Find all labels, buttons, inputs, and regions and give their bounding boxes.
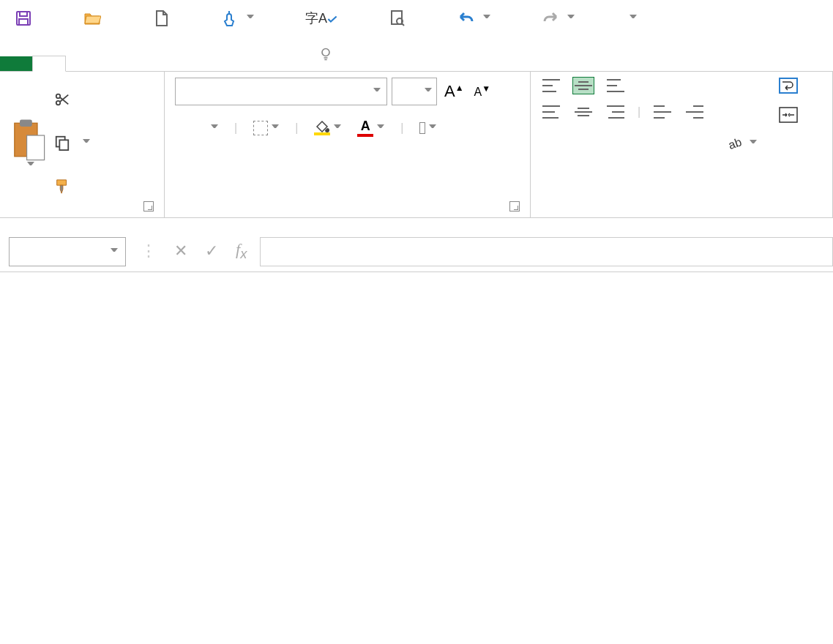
svg-rect-12	[59, 141, 68, 151]
svg-text:ab: ab	[727, 135, 743, 151]
tab-view[interactable]	[234, 55, 268, 71]
merge-icon	[779, 107, 798, 123]
copy-button[interactable]	[54, 135, 90, 151]
fill-icon	[314, 121, 330, 135]
decrease-font-button[interactable]: A▼	[471, 80, 494, 102]
more-icon	[630, 15, 637, 22]
font-dialog-launcher[interactable]	[509, 201, 520, 211]
formula-input[interactable]	[260, 237, 833, 266]
touch-icon	[221, 10, 239, 27]
decrease-indent-button[interactable]	[652, 104, 673, 120]
spellcheck-icon: 字A	[305, 10, 337, 27]
group-clipboard	[0, 72, 165, 217]
qat-undo[interactable]	[457, 10, 490, 27]
wrap-text-button[interactable]	[779, 78, 805, 94]
fbar-divider: ⋮	[141, 242, 157, 261]
font-name-select[interactable]	[175, 78, 387, 105]
svg-rect-8	[27, 135, 45, 160]
qat-open[interactable]	[83, 10, 101, 27]
font-color-button[interactable]: A	[357, 119, 384, 137]
insert-function-button[interactable]: fx	[236, 240, 247, 262]
ribbon-tabs	[0, 37, 833, 72]
ribbon: A▲ A▼ | | A |	[0, 72, 833, 218]
svg-point-5	[322, 49, 329, 56]
name-box[interactable]	[9, 237, 126, 266]
qat-find[interactable]	[389, 10, 406, 27]
copy-icon	[54, 135, 70, 151]
merge-center-button[interactable]	[779, 107, 805, 123]
orientation-button[interactable]: ab	[727, 135, 757, 152]
tab-insert[interactable]	[66, 55, 100, 71]
tab-file[interactable]	[0, 56, 32, 71]
find-icon	[389, 10, 406, 27]
align-top-button[interactable]	[541, 78, 561, 94]
fill-color-button[interactable]	[314, 121, 341, 135]
increase-font-button[interactable]: A▲	[441, 79, 467, 104]
underline-button[interactable]	[207, 124, 218, 132]
cut-button[interactable]	[54, 91, 90, 108]
tab-dev[interactable]	[268, 55, 302, 71]
border-button[interactable]	[253, 121, 279, 135]
align-bottom-button[interactable]	[605, 78, 626, 94]
qat-spellcheck[interactable]: 字A	[305, 10, 337, 27]
qat-save[interactable]	[15, 10, 32, 27]
phonetic-button[interactable]	[419, 122, 436, 134]
cancel-formula-button[interactable]: ✕	[174, 242, 187, 261]
qat-new[interactable]	[152, 10, 170, 27]
undo-icon	[457, 10, 475, 27]
align-middle-button[interactable]	[573, 78, 594, 94]
save-icon	[15, 10, 32, 27]
clipboard-dialog-launcher[interactable]	[143, 201, 154, 211]
qat-customize[interactable]	[626, 15, 637, 22]
redo-icon	[542, 10, 559, 27]
font-color-icon: A	[357, 119, 373, 137]
qat-touch[interactable]	[221, 10, 254, 27]
orientation-icon: ab	[727, 135, 746, 152]
svg-point-9	[56, 94, 61, 98]
svg-rect-1	[20, 12, 27, 16]
quick-access-toolbar: 字A	[0, 0, 833, 37]
brush-icon	[54, 179, 70, 195]
increase-indent-button[interactable]	[684, 104, 705, 120]
tab-home[interactable]	[32, 56, 66, 72]
new-file-icon	[152, 10, 170, 27]
accept-formula-button[interactable]: ✓	[205, 242, 218, 261]
tab-data[interactable]	[167, 55, 201, 71]
formula-bar: ⋮ ✕ ✓ fx	[0, 231, 833, 272]
svg-rect-7	[20, 119, 32, 127]
svg-point-10	[56, 101, 61, 105]
bulb-icon	[318, 47, 333, 61]
qat-redo[interactable]	[542, 10, 575, 27]
tab-layout[interactable]	[100, 55, 133, 71]
group-font: A▲ A▼ | | A |	[165, 72, 531, 217]
tab-review[interactable]	[201, 55, 234, 71]
tab-tell[interactable]	[302, 36, 353, 71]
wrap-icon	[779, 78, 798, 94]
scissors-icon	[54, 91, 70, 108]
svg-rect-14	[780, 78, 797, 93]
wen-icon	[419, 122, 425, 134]
align-left-button[interactable]	[541, 104, 561, 120]
align-center-button[interactable]	[573, 104, 594, 120]
font-size-select[interactable]	[392, 78, 437, 105]
svg-rect-2	[19, 19, 28, 25]
paste-icon	[10, 118, 47, 162]
paste-button[interactable]	[10, 78, 54, 209]
tab-formulas[interactable]	[133, 55, 167, 71]
align-right-button[interactable]	[605, 104, 626, 120]
border-icon	[253, 121, 268, 135]
format-painter-button[interactable]	[54, 179, 90, 195]
folder-open-icon	[83, 10, 101, 27]
group-alignment: | ab	[531, 72, 833, 217]
